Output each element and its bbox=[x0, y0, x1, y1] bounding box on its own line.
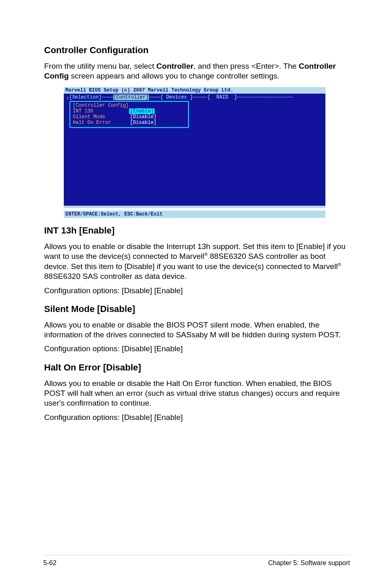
config-row-int13h[interactable]: INT 13h [Enable] bbox=[73, 108, 186, 114]
tab-separator: ───── bbox=[193, 94, 208, 100]
tab-devices[interactable]: [ Devices ] bbox=[160, 94, 193, 100]
config-panel-title: [Controller Config] bbox=[73, 103, 186, 108]
spacer bbox=[44, 426, 349, 555]
config-value-highlighted: [Enable] bbox=[129, 108, 155, 114]
bios-tab-row: ┌ [Selection] ──── [Controller] ──── [ D… bbox=[64, 94, 325, 100]
registered-mark: ® bbox=[338, 262, 341, 267]
tab-frame-corner: ┌ bbox=[66, 94, 69, 100]
heading-halt-on-error: Halt On Error [Disable] bbox=[44, 362, 349, 373]
config-value: [Disable] bbox=[130, 120, 157, 126]
intro-mid: , and then press <Enter>. The bbox=[193, 62, 298, 70]
intro-post: screen appears and allows you to change … bbox=[69, 72, 279, 80]
bios-body: ┌ [Selection] ──── [Controller] ──── [ D… bbox=[64, 94, 325, 206]
tab-controller[interactable]: [Controller] bbox=[113, 94, 148, 100]
document-page: Controller Configuration From the utilit… bbox=[0, 0, 390, 588]
bios-title-bar: Marvell BIOS Setup (c) 2007 Marvell Tech… bbox=[64, 87, 325, 94]
tab-separator: ──── bbox=[149, 94, 161, 100]
halt-paragraph: Allows you to enable or disable the Halt… bbox=[44, 379, 349, 408]
bios-gap bbox=[64, 206, 325, 208]
config-label: INT 13h bbox=[73, 108, 130, 114]
intro-paragraph: From the utility menu bar, select Contro… bbox=[44, 61, 349, 81]
heading-silent-mode: Silent Mode [Disable] bbox=[44, 304, 349, 314]
tab-separator: ──── bbox=[101, 94, 113, 100]
heading-controller-config: Controller Configuration bbox=[44, 45, 349, 56]
heading-int13h: INT 13h [Enable] bbox=[44, 225, 349, 236]
int13h-text-c: 88SE6320 SAS controller as data device. bbox=[44, 272, 187, 281]
page-footer: 5-62 Chapter 5: Software support bbox=[43, 555, 350, 588]
tab-selection[interactable]: [Selection] bbox=[69, 94, 101, 100]
bios-help-bar: ENTER/SPACE:Select, ESC:Back/Exit bbox=[64, 211, 325, 218]
controller-config-panel: [Controller Config] INT 13h [Enable] Sil… bbox=[69, 101, 189, 128]
silent-options: Configuration options: [Disable] [Enable… bbox=[44, 344, 349, 354]
intro-bold-controller: Controller bbox=[157, 62, 194, 70]
int13h-paragraph: Allows you to enable or disable the Inte… bbox=[44, 242, 349, 282]
halt-options: Configuration options: [Disable] [Enable… bbox=[44, 413, 349, 422]
page-number: 5-62 bbox=[43, 559, 56, 567]
config-label: Halt On Error bbox=[73, 120, 130, 126]
config-label: Silent Mode bbox=[73, 114, 130, 120]
chapter-label: Chapter 5: Software support bbox=[268, 559, 350, 567]
intro-pre: From the utility menu bar, select bbox=[44, 62, 157, 70]
config-row-silent-mode[interactable]: Silent Mode [Disable] bbox=[73, 114, 186, 120]
registered-mark: ® bbox=[204, 252, 208, 257]
bios-screenshot: Marvell BIOS Setup (c) 2007 Marvell Tech… bbox=[64, 87, 325, 218]
config-value: [Disable] bbox=[130, 114, 157, 120]
tab-raid[interactable]: [ RAID ] bbox=[208, 94, 237, 100]
silent-paragraph: Allows you to enable or disable the BIOS… bbox=[44, 320, 349, 340]
int13h-options: Configuration options: [Disable] [Enable… bbox=[44, 286, 349, 296]
config-row-halt-on-error[interactable]: Halt On Error [Disable] bbox=[73, 120, 186, 126]
tab-frame-line: ─────────────────── bbox=[237, 94, 293, 100]
